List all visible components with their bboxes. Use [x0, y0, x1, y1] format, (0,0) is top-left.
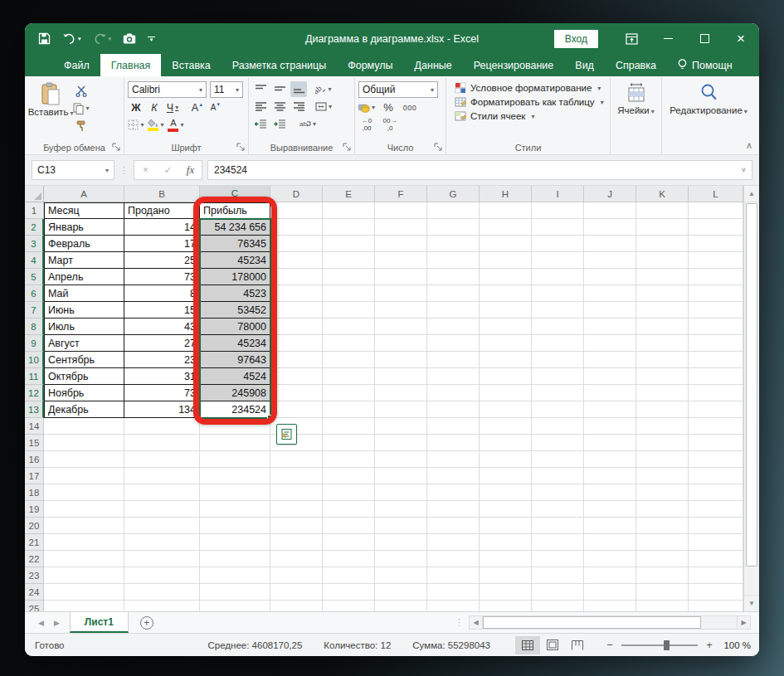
- table-header-cell[interactable]: Месяц: [44, 202, 124, 219]
- cell-A6[interactable]: Май: [44, 285, 124, 302]
- cell-G16[interactable]: [427, 451, 480, 468]
- zoom-in-button[interactable]: +: [704, 639, 714, 651]
- cell-D8[interactable]: [270, 319, 323, 335]
- cell-F25[interactable]: [375, 601, 427, 611]
- cell-F20[interactable]: [375, 518, 427, 534]
- cell-E24[interactable]: [323, 584, 375, 601]
- zoom-slider[interactable]: [621, 644, 698, 646]
- cell-K18[interactable]: [636, 484, 689, 501]
- cell-J24[interactable]: [584, 584, 636, 601]
- cell-C3[interactable]: 76345: [200, 236, 270, 252]
- close-button[interactable]: ×: [723, 23, 759, 54]
- cell-G17[interactable]: [427, 468, 480, 484]
- cell-H10[interactable]: [480, 352, 532, 368]
- cell-C4[interactable]: 45234: [200, 252, 270, 269]
- cell-F2[interactable]: [375, 219, 427, 236]
- cell-F17[interactable]: [375, 468, 427, 484]
- cell-J19[interactable]: [584, 501, 636, 518]
- align-bottom-button[interactable]: [290, 81, 307, 97]
- cell-G19[interactable]: [427, 501, 480, 518]
- increase-decimal-button[interactable]: ←0,00: [358, 117, 375, 133]
- editing-button[interactable]: Редактирование: [665, 80, 752, 116]
- cell-H12[interactable]: [480, 385, 532, 401]
- cell-L5[interactable]: [689, 269, 743, 285]
- cell-H1[interactable]: [480, 202, 532, 219]
- row-header-15[interactable]: 15: [25, 435, 44, 451]
- cell-A14[interactable]: [44, 418, 124, 435]
- cell-I22[interactable]: [532, 551, 584, 567]
- cell-L23[interactable]: [689, 567, 743, 584]
- cell-I16[interactable]: [532, 451, 584, 468]
- row-header-19[interactable]: 19: [25, 501, 44, 518]
- format-as-table-button[interactable]: Форматировать как таблицу: [455, 96, 604, 108]
- row-header-5[interactable]: 5: [25, 269, 44, 285]
- cell-J22[interactable]: [584, 551, 636, 567]
- column-header-E[interactable]: E: [323, 186, 375, 202]
- row-header-21[interactable]: 21: [25, 534, 44, 551]
- cell-E7[interactable]: [323, 302, 375, 319]
- cell-E20[interactable]: [323, 518, 375, 534]
- cell-K7[interactable]: [636, 302, 689, 319]
- row-header-25[interactable]: 25: [25, 601, 44, 611]
- cell-H8[interactable]: [480, 319, 532, 335]
- cell-C11[interactable]: 4524: [200, 368, 270, 385]
- font-name-select[interactable]: Calibri▾: [128, 81, 207, 98]
- cell-I4[interactable]: [532, 252, 584, 269]
- row-header-8[interactable]: 8: [25, 319, 44, 335]
- row-header-4[interactable]: 4: [25, 252, 44, 269]
- cell-L7[interactable]: [689, 302, 743, 319]
- cell-F3[interactable]: [375, 236, 427, 252]
- cell-B4[interactable]: 25: [124, 252, 200, 269]
- cell-H17[interactable]: [480, 468, 532, 484]
- cell-J12[interactable]: [584, 385, 636, 401]
- quick-analysis-button[interactable]: [276, 424, 297, 445]
- cell-L9[interactable]: [689, 335, 743, 352]
- alignment-dialog-launcher[interactable]: [343, 143, 352, 152]
- cell-J2[interactable]: [584, 219, 636, 236]
- cell-B20[interactable]: [124, 518, 200, 534]
- cell-I10[interactable]: [532, 352, 584, 368]
- cell-G5[interactable]: [427, 269, 480, 285]
- cell-D18[interactable]: [270, 484, 323, 501]
- cell-A18[interactable]: [44, 484, 124, 501]
- cell-C21[interactable]: [200, 534, 270, 551]
- cell-F8[interactable]: [375, 319, 427, 335]
- cell-C5[interactable]: 178000: [200, 269, 270, 285]
- cell-C19[interactable]: [200, 501, 270, 518]
- cell-K11[interactable]: [636, 368, 689, 385]
- tab-formulas[interactable]: Формулы: [337, 54, 403, 76]
- row-header-23[interactable]: 23: [25, 567, 44, 584]
- cell-L14[interactable]: [689, 418, 743, 435]
- cell-F14[interactable]: [375, 418, 427, 435]
- cell-K6[interactable]: [636, 285, 689, 302]
- cell-F5[interactable]: [375, 269, 427, 285]
- cell-B15[interactable]: [124, 435, 200, 451]
- table-header-cell[interactable]: Продано: [124, 202, 200, 219]
- cell-B2[interactable]: 14: [124, 219, 200, 236]
- cell-E22[interactable]: [323, 551, 375, 567]
- row-header-20[interactable]: 20: [25, 518, 44, 534]
- merge-center-button[interactable]: [315, 99, 332, 114]
- cell-G14[interactable]: [427, 418, 480, 435]
- wrap-text-button[interactable]: ab: [299, 116, 316, 132]
- cell-H23[interactable]: [480, 567, 532, 584]
- cell-C17[interactable]: [200, 468, 270, 484]
- cell-L2[interactable]: [689, 219, 743, 236]
- cell-C22[interactable]: [200, 551, 270, 567]
- cell-F7[interactable]: [375, 302, 427, 319]
- cell-F24[interactable]: [375, 584, 427, 601]
- row-header-9[interactable]: 9: [25, 335, 44, 352]
- cell-H20[interactable]: [480, 518, 532, 534]
- table-header-cell[interactable]: Прибыль: [200, 202, 270, 219]
- cell-C7[interactable]: 53452: [200, 302, 270, 319]
- cell-styles-button[interactable]: Стили ячеек: [455, 110, 604, 122]
- comma-style-button[interactable]: 000: [402, 100, 418, 115]
- cell-A16[interactable]: [44, 451, 124, 468]
- cell-D11[interactable]: [270, 368, 323, 385]
- sign-in-button[interactable]: Вход: [554, 30, 598, 48]
- cell-D22[interactable]: [270, 551, 323, 567]
- cell-L10[interactable]: [689, 352, 743, 368]
- cell-D10[interactable]: [270, 352, 323, 368]
- vertical-scrollbar[interactable]: ▲ ▼: [743, 186, 759, 611]
- cell-K8[interactable]: [636, 319, 689, 335]
